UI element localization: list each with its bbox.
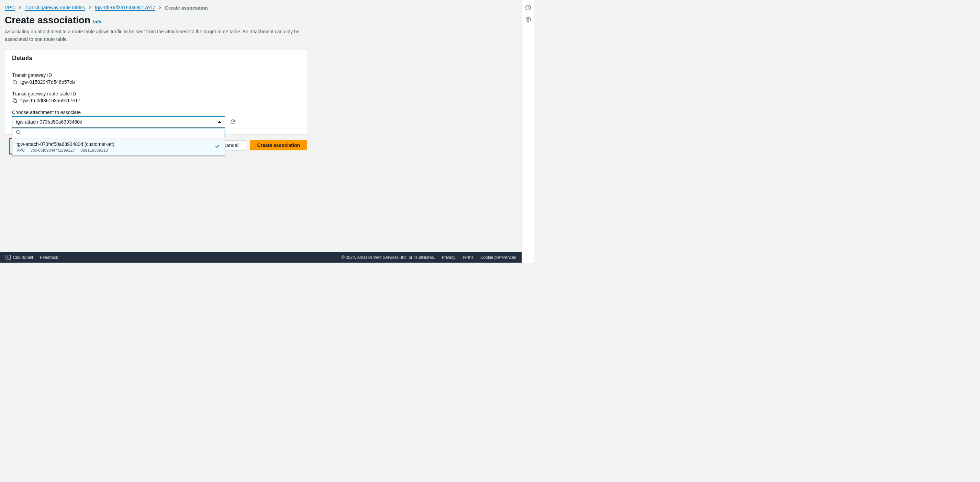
terms-link[interactable]: Terms (462, 255, 474, 260)
option-vpc-id: vpc-05f0934e4f2299127 (30, 148, 75, 153)
cloudshell-icon (5, 255, 11, 260)
option-account: 389119389113 (80, 148, 108, 153)
details-heading: Details (12, 55, 300, 62)
breadcrumb: VPC Transit gateway route tables tgw-rtb… (5, 5, 517, 11)
chevron-right-icon (18, 5, 21, 11)
copy-icon[interactable] (12, 79, 18, 85)
copyright-text: © 2024, Amazon Web Services, Inc. or its… (342, 255, 435, 260)
svg-point-2 (16, 131, 19, 134)
option-type: VPC (16, 148, 25, 153)
right-rail (522, 0, 534, 263)
rtb-id-label: Transit gateway route table ID (12, 91, 300, 97)
svg-rect-1 (14, 100, 16, 102)
copy-icon[interactable] (12, 98, 18, 103)
feedback-link[interactable]: Feedback (40, 255, 58, 260)
info-icon[interactable] (525, 4, 531, 11)
page-description: Associating an attachment to a route tab… (5, 28, 314, 43)
dropdown-option[interactable]: tgw-attach-073faf50a6393480d (customer-a… (13, 139, 225, 155)
attachment-select-value: tgw-attach-073faf50a6393480d (16, 119, 83, 125)
page-title: Create association (5, 15, 91, 26)
dropdown-search[interactable] (13, 128, 224, 138)
caret-up-icon (218, 121, 221, 123)
cookie-preferences-link[interactable]: Cookie preferences (480, 255, 516, 260)
svg-rect-3 (6, 255, 11, 259)
info-link[interactable]: Info (93, 19, 101, 24)
rtb-id-value: tgw-rtb-0df36163a59c17e17 (20, 98, 80, 103)
attachment-select[interactable]: tgw-attach-073faf50a6393480d (12, 116, 225, 127)
breadcrumb-route-tables[interactable]: Transit gateway route tables (25, 5, 85, 11)
chevron-right-icon (158, 5, 162, 11)
attachment-dropdown: tgw-attach-073faf50a6393480d (customer-a… (12, 127, 225, 156)
svg-point-6 (527, 19, 529, 20)
details-panel: Details Transit gateway ID tgw-01582947d… (5, 49, 307, 135)
footer: CloudShell Feedback © 2024, Amazon Web S… (0, 252, 522, 263)
option-title: tgw-attach-073faf50a6393480d (customer-a… (16, 141, 115, 147)
dropdown-search-input[interactable] (23, 130, 221, 136)
choose-attachment-label: Choose attachment to associate (12, 109, 300, 115)
refresh-button[interactable] (229, 118, 237, 126)
svg-rect-0 (14, 81, 16, 84)
search-icon (16, 130, 21, 136)
cloudshell-label: CloudShell (13, 255, 33, 260)
chevron-right-icon (88, 5, 91, 11)
check-icon (215, 143, 221, 151)
tgw-id-value: tgw-01582947d546b57eb (20, 79, 75, 85)
breadcrumb-rtb-id[interactable]: tgw-rtb-0df36163a59c17e17 (95, 5, 155, 11)
breadcrumb-current: Create association (165, 5, 208, 11)
cloudshell-link[interactable]: CloudShell (5, 255, 33, 260)
svg-point-5 (528, 6, 528, 6)
create-association-button[interactable]: Create association (250, 140, 307, 151)
breadcrumb-vpc[interactable]: VPC (5, 5, 15, 11)
privacy-link[interactable]: Privacy (442, 255, 455, 260)
settings-hex-icon[interactable] (525, 16, 531, 23)
tgw-id-label: Transit gateway ID (12, 73, 300, 78)
